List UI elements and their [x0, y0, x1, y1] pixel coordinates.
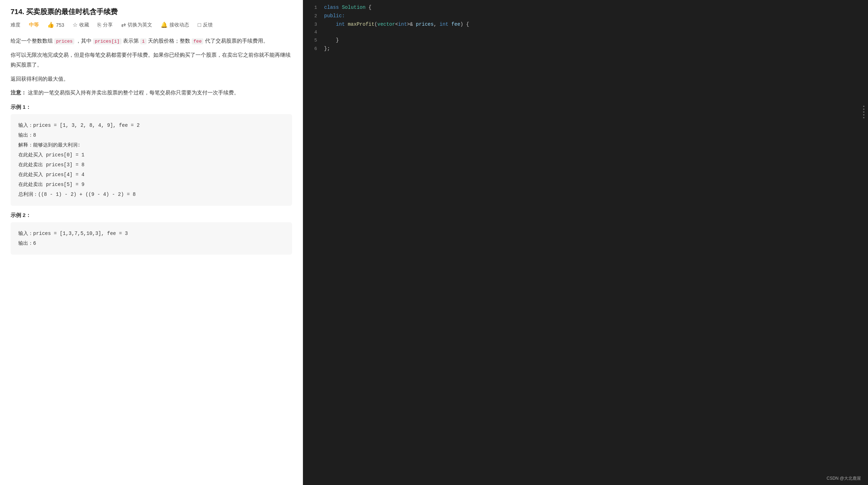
difficulty-label: 难度	[11, 22, 20, 28]
bell-icon: 🔔	[161, 21, 168, 28]
thumbs-up-icon: 👍	[47, 21, 54, 28]
example1-box: 输入：prices = [1, 3, 2, 8, 4, 9], fee = 2 …	[11, 114, 292, 206]
example1-line-6: 在此处卖出 prices[5] = 9	[18, 180, 284, 189]
left-panel: 714. 买卖股票的最佳时机含手续费 难度 中等 👍 753 ☆ 收藏 ⎘ 分享…	[0, 0, 303, 485]
desc-para3: 返回获得利润的最大值。	[11, 74, 292, 84]
desc-para1-post: 代了交易股票的手续费用。	[203, 38, 268, 44]
dot3	[863, 111, 864, 113]
translate-icon: ⇄	[121, 21, 126, 28]
feedback-button[interactable]: □ 反馈	[198, 22, 213, 28]
translate-label: 切换为英文	[128, 22, 152, 28]
line-content-1: class Solution {	[324, 4, 371, 12]
collect-button[interactable]: ☆ 收藏	[73, 21, 89, 28]
code-line-2[interactable]: 2public:	[303, 12, 868, 20]
translate-button[interactable]: ⇄ 切换为英文	[121, 21, 152, 28]
line-content-3: int maxProfit(vector<int>& prices, int f…	[324, 20, 469, 29]
desc-code2: prices[i]	[93, 38, 121, 44]
line-number-4: 4	[306, 29, 317, 36]
code-editor-panel[interactable]: 1class Solution {2public:3 int maxProfit…	[303, 0, 868, 485]
line-number-3: 3	[306, 21, 317, 29]
collect-label: 收藏	[79, 22, 89, 28]
star-icon: ☆	[73, 21, 78, 28]
code-line-1[interactable]: 1class Solution {	[303, 4, 868, 12]
desc-para1-pre: 给定一个整数数组	[11, 38, 54, 44]
csdn-footer: CSDN @大北鹿屋	[826, 475, 861, 481]
dot5	[863, 117, 864, 118]
example1-line-1: 输出：8	[18, 130, 284, 140]
dot1	[863, 106, 864, 107]
example1-line-3: 在此处买入 prices[0] = 1	[18, 150, 284, 160]
desc-code4: fee	[192, 38, 203, 44]
note-label: 注意：	[11, 89, 26, 95]
example1-line-2: 解释：能够达到的最大利润:	[18, 140, 284, 150]
note-text: 这里的一笔交易指买入持有并卖出股票的整个过程，每笔交易你只需要为支付一次手续费。	[28, 89, 239, 95]
share-button[interactable]: ⎘ 分享	[98, 22, 113, 28]
feedback-label: 反馈	[203, 22, 213, 28]
example1-line-0: 输入：prices = [1, 3, 2, 8, 4, 9], fee = 2	[18, 120, 284, 130]
line-number-2: 2	[306, 12, 317, 20]
like-button[interactable]: 👍 753	[47, 21, 64, 28]
subscribe-label: 接收动态	[169, 22, 189, 28]
dot2	[863, 108, 864, 110]
desc-code1: prices	[54, 38, 74, 44]
example1-line-5: 在此处买入 prices[4] = 4	[18, 170, 284, 180]
line-number-5: 5	[306, 37, 317, 44]
code-line-4[interactable]: 4	[303, 29, 868, 36]
line-content-6: };	[324, 45, 330, 53]
difficulty-badge: 中等	[29, 22, 39, 28]
example1-line-4: 在此处卖出 prices[3] = 8	[18, 160, 284, 170]
code-line-5[interactable]: 5 }	[303, 36, 868, 45]
desc-code3: i	[140, 38, 147, 44]
code-area[interactable]: 1class Solution {2public:3 int maxProfit…	[303, 4, 868, 53]
scroll-dots	[863, 106, 864, 118]
desc-para1-mid: ，其中	[74, 38, 93, 44]
problem-title: 714. 买卖股票的最佳时机含手续费	[11, 7, 292, 17]
line-content-5: }	[324, 36, 339, 45]
meta-row: 难度 中等 👍 753 ☆ 收藏 ⎘ 分享 ⇄ 切换为英文 🔔 接收动态 □ 反…	[11, 21, 292, 28]
problem-description: 给定一个整数数组 prices ，其中 prices[i] 表示第 i 天的股价…	[11, 36, 292, 98]
desc-para1-mid3: 天的股价格；整数	[147, 38, 192, 44]
example1-line-7: 总利润：((8 - 1) - 2) + ((9 - 4) - 2) = 8	[18, 189, 284, 199]
feedback-icon: □	[198, 22, 201, 28]
code-line-6[interactable]: 6};	[303, 45, 868, 53]
example2-box: 输入：prices = [1,3,7,5,10,3], fee = 3 输出：6	[11, 222, 292, 255]
example2-line-0: 输入：prices = [1,3,7,5,10,3], fee = 3	[18, 229, 284, 238]
like-count: 753	[56, 22, 64, 28]
line-number-1: 1	[306, 4, 317, 12]
desc-para2: 你可以无限次地完成交易，但是你每笔交易都需要付手续费。如果你已经购买了一个股票，…	[11, 50, 292, 70]
example2-title: 示例 2：	[11, 212, 292, 219]
code-line-3[interactable]: 3 int maxProfit(vector<int>& prices, int…	[303, 20, 868, 29]
line-number-6: 6	[306, 45, 317, 53]
subscribe-button[interactable]: 🔔 接收动态	[161, 21, 189, 28]
dot4	[863, 114, 864, 116]
share-label: 分享	[103, 22, 113, 28]
line-content-2: public:	[324, 12, 345, 20]
example1-title: 示例 1：	[11, 104, 292, 111]
share-icon: ⎘	[98, 22, 101, 28]
example2-line-1: 输出：6	[18, 238, 284, 248]
desc-para1-mid2: 表示第	[122, 38, 140, 44]
